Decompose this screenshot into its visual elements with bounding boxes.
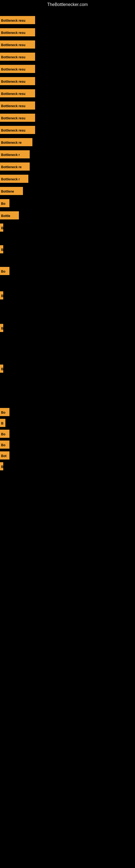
bar-item: Bottleneck resu xyxy=(0,28,35,36)
bar-item: Bottleneck resu xyxy=(0,53,35,61)
bar-label: Bottleneck resu xyxy=(0,28,35,36)
bar-item: Bottleneck re xyxy=(0,138,32,146)
bar-item: Bo xyxy=(0,440,9,448)
bar-label: Bottle xyxy=(0,211,19,219)
bar-item: Bottleneck r xyxy=(0,150,30,158)
bar-item: Bottleneck re xyxy=(0,162,30,170)
bar-label: Bottleneck resu xyxy=(0,53,35,61)
bar-item: Bottleneck r xyxy=(0,175,28,183)
bar-label: Bo xyxy=(0,199,9,207)
bar-label: B xyxy=(0,291,3,300)
bar-item: Bottleneck resu xyxy=(0,40,35,49)
bar-label: Bo xyxy=(0,408,9,416)
bar-label: B xyxy=(0,419,5,427)
bar-item: Bottle xyxy=(0,211,19,219)
bar-label: Bo xyxy=(0,430,9,438)
bar-item: Bo xyxy=(0,430,9,438)
bar-label: B xyxy=(0,245,3,253)
bar-label: Bottleneck r xyxy=(0,175,28,183)
bar-label: Bottleneck re xyxy=(0,162,30,170)
bar-label: B xyxy=(0,324,3,332)
bar-item: Bottleneck resu xyxy=(0,89,35,97)
bar-label: Bottleneck resu xyxy=(0,89,35,97)
bar-item: B xyxy=(0,324,3,332)
bar-label: Bo xyxy=(0,267,9,275)
bar-label: Bo xyxy=(0,440,9,448)
bar-label: B xyxy=(0,462,3,470)
bar-label: Bottleneck resu xyxy=(0,40,35,49)
bar-label: Bottleneck r xyxy=(0,150,30,158)
bar-item: Bottlene xyxy=(0,187,23,195)
bar-item: B xyxy=(0,419,5,427)
bar-item: B xyxy=(0,365,3,373)
bar-label: Bottleneck resu xyxy=(0,114,35,122)
bar-item: Bottleneck resu xyxy=(0,114,35,122)
bar-label: Bottleneck resu xyxy=(0,16,35,24)
bar-label: B xyxy=(0,365,3,373)
bar-item: Bottleneck resu xyxy=(0,101,35,110)
bar-item: Bottleneck resu xyxy=(0,65,35,73)
bar-label: B xyxy=(0,223,3,231)
bar-item: B xyxy=(0,245,3,253)
bar-item: Bo xyxy=(0,199,9,207)
bar-item: B xyxy=(0,223,3,231)
bar-label: Bottleneck resu xyxy=(0,77,35,85)
bar-label: Bot xyxy=(0,452,9,460)
bar-item: Bo xyxy=(0,408,9,416)
bar-item: Bo xyxy=(0,267,9,275)
bar-item: Bot xyxy=(0,452,9,460)
bar-item: Bottleneck resu xyxy=(0,126,35,134)
bar-item: Bottleneck resu xyxy=(0,16,35,24)
bar-item: B xyxy=(0,462,3,470)
bar-label: Bottleneck resu xyxy=(0,126,35,134)
bar-item: B xyxy=(0,291,3,300)
bar-item: Bottleneck resu xyxy=(0,77,35,85)
bar-label: Bottleneck resu xyxy=(0,65,35,73)
bar-label: Bottleneck re xyxy=(0,138,32,146)
site-title: TheBottlenecker.com xyxy=(0,0,135,9)
bar-label: Bottleneck resu xyxy=(0,101,35,110)
bar-label: Bottlene xyxy=(0,187,23,195)
